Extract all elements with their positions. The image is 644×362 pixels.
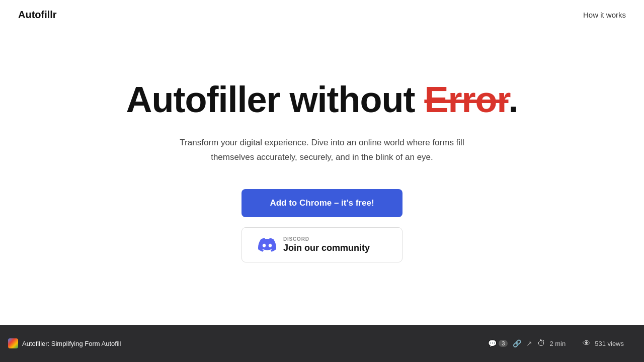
discord-text-group: DISCORD Join our community: [283, 236, 370, 253]
comments-count: 3: [499, 340, 508, 347]
link-icon: 🔗: [513, 339, 521, 347]
views-label: 531 views: [595, 340, 624, 347]
navbar: Autofillr How it works: [0, 0, 644, 30]
share-button[interactable]: ↗: [526, 339, 532, 347]
how-it-works-link[interactable]: How it works: [583, 11, 626, 19]
comments-button[interactable]: 💬 3: [488, 339, 508, 347]
chrome-favicon-icon: [8, 338, 18, 348]
hero-title: Autofiller without Error.: [126, 80, 518, 120]
link-button[interactable]: 🔗: [513, 339, 521, 347]
discord-button[interactable]: DISCORD Join our community: [242, 227, 403, 262]
clock-icon: ⏱: [537, 339, 545, 348]
discord-cta-text: Join our community: [283, 243, 370, 253]
hero-title-prefix: Autofiller without: [126, 79, 424, 120]
macos-bottom-bar: Autofiller: Simplifying Form Autofill 💬 …: [0, 325, 644, 362]
discord-icon: [258, 236, 276, 254]
time-label: 2 min: [549, 340, 566, 347]
time-stat: ⏱ 2 min: [537, 339, 566, 348]
hero-subtitle: Transform your digital experience. Dive …: [171, 136, 473, 165]
nav-logo[interactable]: Autofillr: [18, 9, 57, 21]
hero-section: Autofiller without Error. Transform your…: [0, 30, 644, 283]
share-icon: ↗: [526, 339, 532, 347]
eye-icon: 👁: [583, 339, 591, 348]
tab-title: Autofiller: Simplifying Form Autofill: [22, 340, 121, 347]
hero-error-word: Error: [424, 79, 508, 120]
add-to-chrome-button[interactable]: Add to Chrome – it's free!: [242, 189, 403, 217]
bottom-bar-actions: 💬 3 🔗 ↗ ⏱ 2 min 👁 531 views: [488, 339, 636, 348]
chat-icon: 💬: [488, 339, 497, 347]
views-stat: 👁 531 views: [583, 339, 624, 348]
discord-label: DISCORD: [283, 236, 309, 242]
hero-title-suffix: .: [508, 79, 518, 120]
